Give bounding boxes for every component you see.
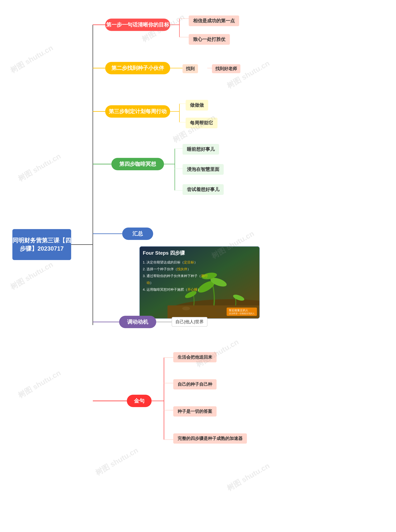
watermark-10: 树图 shutu.cn <box>93 445 140 478</box>
step3-node: 第三步制定计划每周行动 <box>105 105 170 118</box>
motivation-label: 调动动机 <box>127 318 148 325</box>
step1-label: 第一步一句话清晰你的目标 <box>106 21 169 28</box>
leaf-3-2: 每周帮助它 <box>186 118 217 128</box>
leaf-3-1: 做做做 <box>186 100 208 111</box>
golden-label: 金句 <box>134 397 145 404</box>
watermark-5: 树图 shutu.cn <box>171 112 217 145</box>
leaf-1-2-label: 致心一处打胜仗 <box>193 36 226 42</box>
leaf-1-1: 相信是成功的第一点 <box>189 16 239 26</box>
watermark-4: 树图 shutu.cn <box>16 151 63 184</box>
golden-node: 金句 <box>127 395 151 407</box>
svg-point-39 <box>182 307 190 310</box>
step1-node: 第一步一句话清晰你的目标 <box>105 18 170 31</box>
step4-label: 第四步咖啡冥想 <box>119 160 156 168</box>
leaf-golden-2: 自己的种子自己种 <box>173 379 216 390</box>
watermark-11: 树图 shutu.cn <box>225 461 272 493</box>
leaf-motivation: 自己|他人|世界 <box>172 317 207 327</box>
step3-label: 第三步制定计划每周行动 <box>109 108 167 115</box>
motivation-node: 调动动机 <box>119 316 156 328</box>
image-card-item-2: 2. 选择一个种子伙伴（找伙伴） <box>143 266 256 272</box>
svg-point-41 <box>215 309 225 313</box>
leaf-golden-3: 种子是一切的答案 <box>173 406 216 417</box>
step2-mid: 找到 <box>182 64 198 73</box>
image-card-item-1: 1. 决定你期望达成的目标（定目标） <box>143 259 256 266</box>
leaf-4-1: 睡前想好事儿 <box>182 144 219 155</box>
watermark-1: 树图 shutu.cn <box>8 43 55 75</box>
watermark-6: 树图 shutu.cn <box>8 260 55 292</box>
summary-node: 汇总 <box>122 228 153 240</box>
leaf-4-3: 尝试着想好事儿 <box>182 184 224 195</box>
root-label: 同明财务营第三课【四步骤】20230717 <box>12 236 71 253</box>
image-card-list: 1. 决定你期望达成的目标（定目标） 2. 选择一个种子伙伴（找伙伴） 3. 通… <box>143 259 256 293</box>
image-card-item-3: 3. 通过帮助你的种子伙伴来种下种子（周行 动） <box>143 272 256 286</box>
leaf-golden-1: 生活会把他送回来 <box>173 352 216 362</box>
step4-node: 第四步咖啡冥想 <box>111 158 164 170</box>
mind-map: 树图 shutu.cn 树图 shutu.cn 树图 shutu.cn 树图 s… <box>0 0 396 532</box>
image-card: Four Steps 四步骤 1. 决定你期望达成的目标（定目标） 2. 选择一… <box>139 246 260 319</box>
leaf-1-1-label: 相信是成功的第一点 <box>193 18 235 24</box>
leaf-4-2: 浸泡在智慧里面 <box>182 164 224 175</box>
root-node: 同明财务营第三课【四步骤】20230717 <box>12 229 71 260</box>
leaf-1-2: 致心一处打胜仗 <box>189 34 230 45</box>
step2-node: 第二步找到种子小伙伴 <box>105 62 170 74</box>
leaf-2-1: 找到好老师 <box>212 64 240 73</box>
image-card-badge: 靠近能量足的人 淡淡希望一切都能实现的人 <box>227 307 257 316</box>
step2-label: 第二步找到种子小伙伴 <box>111 65 164 72</box>
leaf-golden-4: 完整的四步骤是种子成熟的加速器 <box>173 433 247 444</box>
watermark-8: 树图 shutu.cn <box>16 368 63 400</box>
image-card-item-4: 4. 运用咖啡冥想对种子施肥（开心睡） <box>143 286 256 293</box>
image-card-title: Four Steps 四步骤 <box>143 250 256 256</box>
watermark-3: 树图 shutu.cn <box>225 58 272 91</box>
summary-label: 汇总 <box>132 230 143 237</box>
